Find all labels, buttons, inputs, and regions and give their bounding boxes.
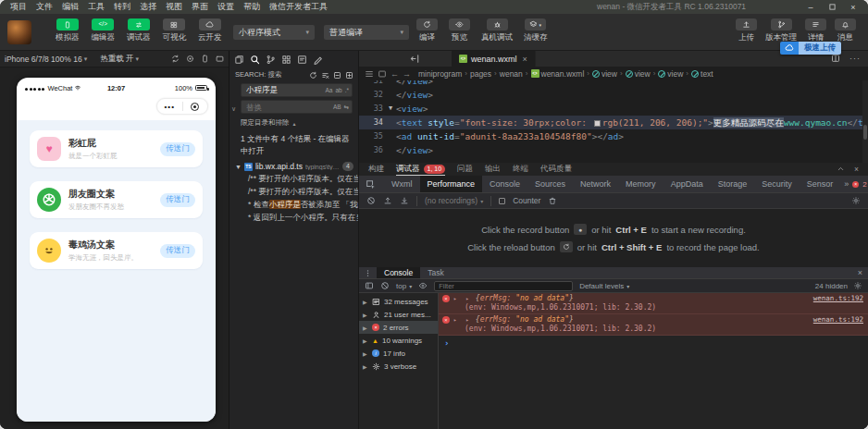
list-item-毒鸡汤文案[interactable]: 毒鸡汤文案学海无涯，回头是岸。传送门 (30, 232, 203, 269)
menu-item-界面[interactable]: 界面 (187, 1, 213, 13)
tab-overflow-icon[interactable]: » (840, 179, 852, 189)
gear-icon[interactable] (851, 196, 861, 205)
recordings-dropdown[interactable]: (no recordings) ▾ (425, 196, 483, 205)
breadcrumb-item-wenan.wxml[interactable]: <>wenan.wxml (531, 69, 585, 79)
breadcrumb-item-pages[interactable]: pages (470, 69, 491, 79)
device-debug-button[interactable]: 真机调试 (481, 18, 513, 43)
devtools-tab-storage[interactable]: Storage (711, 176, 755, 192)
console-filter-info[interactable]: ▶i17 info (359, 347, 438, 360)
console-filter-messages[interactable]: ▶32 messages (359, 295, 438, 308)
compile-dropdown[interactable]: 普通编译 ▾ (324, 25, 409, 40)
collapse-panel-icon[interactable] (837, 165, 845, 175)
console-filter-error[interactable]: ▶×2 errors (359, 321, 438, 334)
navigate-back-icon[interactable]: ← (391, 69, 399, 79)
list-item-朋友圈文案[interactable]: 朋友圈文案发朋友圈不再发愁传送门 (30, 181, 203, 218)
menu-item-微信开发者工具[interactable]: 微信开发者工具 (265, 1, 332, 13)
reload-icon[interactable] (560, 241, 573, 252)
load-profile-icon[interactable] (383, 196, 392, 205)
breadcrumb-item-text[interactable]: text (691, 69, 713, 79)
record-dot-icon[interactable]: ● (574, 224, 587, 235)
portal-button[interactable]: 传送门 (160, 193, 195, 207)
editor-scrollbar[interactable] (862, 80, 868, 164)
outline-icon[interactable] (365, 69, 374, 79)
search-result-row[interactable]: * 检查小程序是否被添加至 「我的... (229, 199, 358, 212)
toggle-cloud-button[interactable]: 云开发 (198, 18, 222, 43)
panel-tab-构建[interactable]: 构建 (368, 163, 384, 176)
search-option-ab[interactable]: ab (335, 87, 341, 93)
device-dropdown[interactable]: iPhone 6/7/8 100% 16 ▾ (5, 55, 87, 64)
menu-item-视图[interactable]: 视图 (161, 1, 187, 13)
refresh-icon[interactable] (309, 71, 317, 80)
home-button[interactable] (183, 103, 208, 111)
toggle-simulator-button[interactable]: 模拟器 (56, 18, 80, 43)
portal-button[interactable]: 传送门 (160, 142, 195, 156)
breadcrumb-item-view[interactable]: view (626, 69, 651, 79)
minimize-icon[interactable]: – (801, 0, 820, 14)
collapse-sidebar-icon[interactable] (410, 54, 420, 64)
breadcrumb-item-miniprogram[interactable]: miniprogram (418, 69, 462, 79)
console-filter-verbose[interactable]: ▶3 verbose (359, 360, 438, 373)
toggle-replace-icon[interactable]: ∨ (231, 105, 236, 113)
console-tab-console[interactable]: Console (377, 267, 420, 278)
more-button[interactable]: ••• (157, 103, 182, 111)
console-filter-warning[interactable]: ▶▲10 warnings (359, 334, 438, 347)
devtools-tab-sensor[interactable]: Sensor (800, 176, 841, 192)
panel-icon[interactable] (378, 69, 387, 79)
menu-item-文件[interactable]: 文件 (31, 1, 57, 13)
search-result-row[interactable]: * 返回到上一个小程序。只有在当... (229, 212, 358, 225)
search-result-row[interactable]: /** 要打开的小程序版本。仅在当... (229, 173, 358, 186)
console-tab-task[interactable]: Task (420, 267, 451, 278)
devtools-tab-console[interactable]: Console (482, 176, 527, 192)
console-filter-input[interactable] (434, 281, 573, 291)
phone-icon[interactable] (201, 55, 209, 63)
close-tab-icon[interactable]: × (523, 55, 527, 64)
grid-icon[interactable] (281, 55, 291, 65)
maximize-icon[interactable] (823, 0, 841, 14)
new-search-editor-icon[interactable] (345, 71, 353, 80)
levels-dropdown[interactable]: Default levels ▾ (579, 282, 629, 290)
menu-item-工具[interactable]: 工具 (83, 1, 109, 13)
toggle-visual-button[interactable]: 可视化 (163, 18, 187, 43)
expander-icon[interactable]: ▸ ▸ (453, 316, 472, 323)
split-editor-icon[interactable] (831, 54, 840, 63)
breadcrumb-item-wenan[interactable]: wenan (500, 69, 523, 79)
expander-icon[interactable]: ▸ ▸ (453, 295, 472, 301)
menu-item-选择[interactable]: 选择 (135, 1, 161, 13)
search-option-.*[interactable]: .* (345, 87, 349, 93)
close-icon[interactable]: × (844, 0, 862, 14)
replace-all-icon[interactable]: ⇆ (344, 104, 349, 111)
rotate-icon[interactable] (171, 55, 180, 63)
devtools-tab-appdata[interactable]: AppData (663, 176, 711, 192)
hot-reload-dropdown[interactable]: 热重载 开 ▾ (100, 54, 139, 65)
devtools-tab-security[interactable]: Security (754, 176, 800, 192)
tablet-icon[interactable] (216, 55, 224, 63)
gear-icon[interactable] (853, 281, 862, 290)
close-panel-icon[interactable]: × (854, 165, 859, 175)
source-link[interactable]: wenan.ts:192 (813, 294, 863, 302)
replace-input[interactable] (244, 102, 330, 113)
save-profile-icon[interactable] (400, 196, 409, 205)
pen-icon[interactable] (313, 55, 323, 65)
mode-dropdown[interactable]: 小程序模式 ▾ (233, 25, 315, 40)
code-editor[interactable]: 31</view>32</view>33▼<view>34<text style… (359, 80, 862, 164)
console-error-entry[interactable]: ×▸ ▸{errMsg: "no ad data"}wenan.ts:192(e… (439, 313, 868, 336)
search-icon[interactable] (250, 55, 260, 65)
fold-icon[interactable]: ▼ (385, 102, 396, 116)
devtools-tab-network[interactable]: Network (573, 176, 618, 192)
context-dropdown[interactable]: top ▾ (396, 282, 412, 290)
preview-button[interactable]: 预览 (449, 18, 470, 43)
console-error-entry[interactable]: ×▸ ▸{errMsg: "no ad data"}wenan.ts:192(e… (439, 293, 868, 314)
breadcrumb-item-view[interactable]: view (658, 69, 683, 79)
console-sidebar-toggle-icon[interactable] (365, 281, 374, 290)
editor-tab-wenan-wxml[interactable]: <> wenan.wxml × (452, 51, 536, 67)
version-button[interactable]: 版本管理 (765, 18, 797, 43)
toggle-editor-button[interactable]: </>编辑器 (92, 18, 116, 43)
devtools-tab-wxml[interactable]: Wxml (384, 176, 420, 192)
eye-icon[interactable] (418, 281, 428, 290)
branch-icon[interactable] (266, 55, 276, 65)
replace-option-AB[interactable]: AB (333, 104, 341, 111)
record-icon[interactable] (186, 55, 194, 63)
devtools-tab-sources[interactable]: Sources (527, 176, 573, 192)
devtools-issue-badges[interactable]: × 2 ▲ 10 (852, 180, 868, 189)
source-link[interactable]: wenan.ts:192 (813, 315, 863, 324)
